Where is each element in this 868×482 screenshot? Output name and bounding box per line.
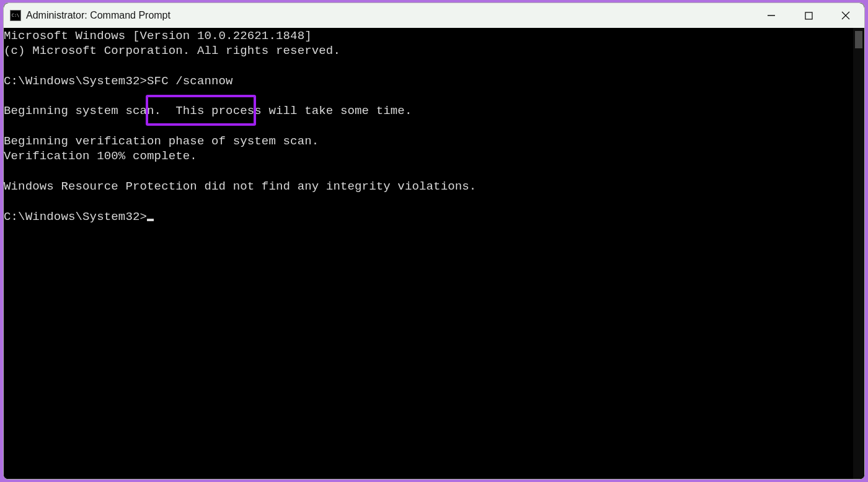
maximize-icon (805, 12, 813, 20)
scrollbar-thumb[interactable] (855, 31, 862, 48)
maximize-button[interactable] (790, 3, 827, 28)
close-icon (841, 11, 850, 20)
terminal-line: Verification 100% complete. (4, 149, 853, 164)
cmd-icon-label: C:\ (12, 14, 20, 18)
command-text: SFC /scannow (147, 74, 233, 88)
terminal-line: C:\Windows\System32> (4, 209, 853, 224)
svg-rect-1 (805, 12, 812, 19)
terminal-line: Microsoft Windows [Version 10.0.22621.18… (4, 28, 853, 43)
close-button[interactable] (827, 3, 864, 28)
terminal-cursor (147, 219, 154, 221)
scrollbar-track[interactable] (853, 28, 864, 479)
minimize-icon (767, 11, 776, 20)
terminal-line (4, 164, 853, 179)
terminal-line: Windows Resource Protection did not find… (4, 179, 853, 194)
terminal-line: C:\Windows\System32>SFC /scannow (4, 74, 853, 89)
titlebar[interactable]: C:\ Administrator: Command Prompt (4, 3, 864, 28)
terminal-line (4, 59, 853, 74)
terminal-area: Microsoft Windows [Version 10.0.22621.18… (4, 28, 864, 479)
terminal-output[interactable]: Microsoft Windows [Version 10.0.22621.18… (4, 28, 853, 479)
prompt-text: C:\Windows\System32> (4, 210, 147, 224)
cmd-icon: C:\ (10, 10, 21, 21)
terminal-line (4, 119, 853, 134)
terminal-line: (c) Microsoft Corporation. All rights re… (4, 43, 853, 58)
terminal-line: Beginning verification phase of system s… (4, 134, 853, 149)
terminal-line (4, 194, 853, 209)
window-controls (753, 3, 864, 28)
terminal-line (4, 89, 853, 103)
command-prompt-window: C:\ Administrator: Command Prompt (3, 2, 865, 480)
minimize-button[interactable] (753, 3, 790, 28)
prompt-text: C:\Windows\System32> (4, 74, 147, 88)
window-title: Administrator: Command Prompt (26, 10, 753, 21)
terminal-line: Beginning system scan. This process will… (4, 103, 853, 118)
